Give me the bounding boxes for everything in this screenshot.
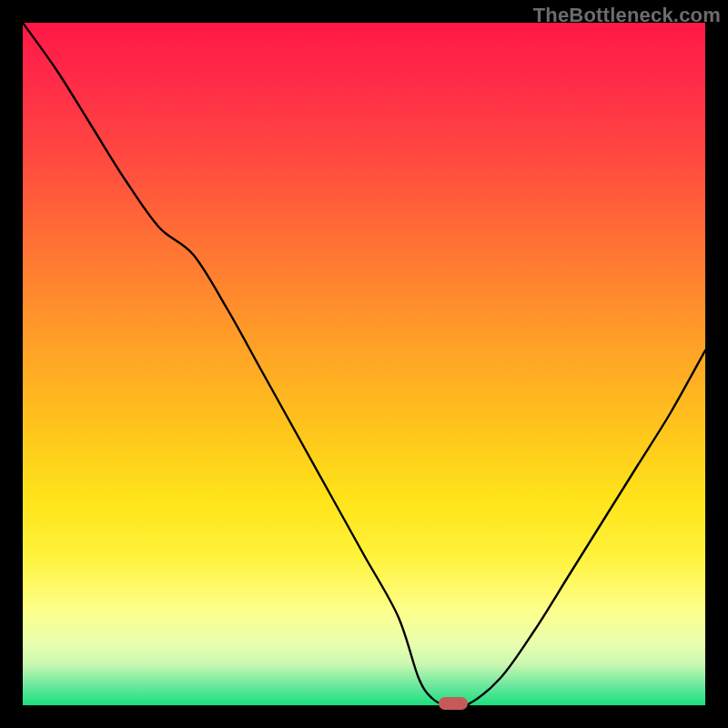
- bottleneck-curve: [23, 23, 705, 705]
- chart-plot-area: [23, 23, 705, 705]
- chart-frame: TheBottleneck.com: [0, 0, 728, 728]
- watermark-label: TheBottleneck.com: [533, 4, 721, 27]
- optimal-marker: [439, 697, 468, 710]
